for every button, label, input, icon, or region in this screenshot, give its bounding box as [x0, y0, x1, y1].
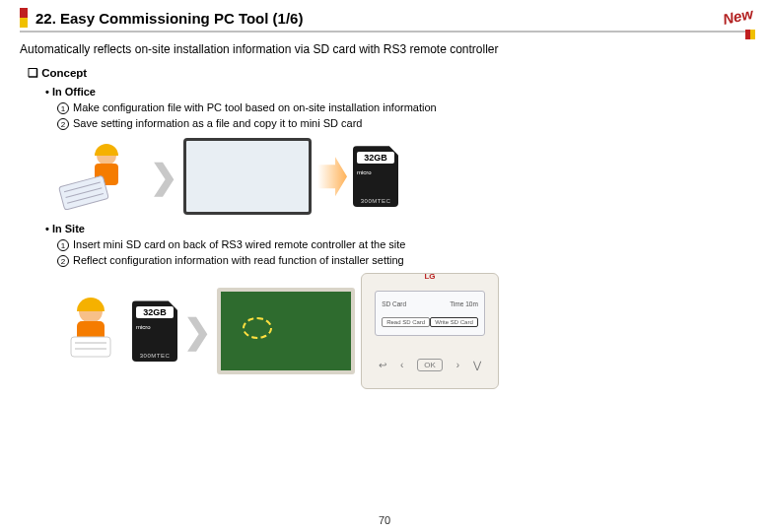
circled-2-icon: 2 — [57, 255, 69, 267]
office-step-2-text: Save setting information as a file and c… — [73, 117, 362, 129]
chevron-right-icon: ❯ — [183, 311, 211, 351]
site-label-text: In Site — [52, 223, 85, 234]
slide: New 22. Easy Commissioning PC Tool (1/6)… — [0, 0, 769, 532]
concept-heading-text: Concept — [41, 67, 87, 79]
page-title: 22. Easy Commissioning PC Tool (1/6) — [35, 10, 303, 27]
sd-capacity: 32GB — [136, 306, 174, 318]
sd-brand: 300MTEC — [132, 353, 177, 359]
office-step-2: 2Save setting information as a file and … — [57, 117, 749, 130]
site-step-2: 2Reflect configuration information with … — [57, 254, 749, 267]
concept-heading: ❑ Concept — [28, 66, 749, 80]
title-row: 22. Easy Commissioning PC Tool (1/6) — [20, 8, 749, 28]
site-step-2-text: Reflect configuration information with r… — [73, 254, 404, 266]
chevron-right-icon: ❯ — [150, 157, 177, 196]
down-icon: ⋁ — [473, 360, 481, 370]
page-number: 70 — [0, 514, 769, 526]
office-label-text: In Office — [52, 86, 96, 98]
site-label: • In Site — [45, 223, 749, 234]
circled-1-icon: 1 — [57, 239, 69, 251]
right-icon: › — [456, 360, 459, 370]
office-label: • In Office — [45, 86, 749, 98]
remote-write-btn: Write SD Card — [430, 317, 478, 327]
arrow-right-icon — [317, 157, 347, 196]
monitor-image — [183, 138, 312, 215]
sd-brand: 300MTEC — [353, 198, 398, 204]
remote-hdr-right: Time 10m — [450, 300, 478, 307]
office-step-1: 1Make configuration file with PC tool ba… — [57, 101, 749, 114]
site-step-1: 1Insert mini SD card on back of RS3 wire… — [57, 238, 749, 251]
sd-card-image: 32GB micro 300MTEC — [132, 300, 177, 362]
sd-micro-label: micro — [357, 169, 372, 175]
pcb-board-image — [217, 288, 355, 374]
svg-rect-8 — [71, 337, 110, 357]
site-step-1-text: Insert mini SD card on back of RS3 wired… — [73, 238, 405, 250]
subtitle: Automatically reflects on-site installat… — [20, 42, 749, 56]
remote-controller-image: LG SD CardTime 10m Read SD CardWrite SD … — [361, 273, 499, 389]
sd-slot-highlight-icon — [243, 317, 272, 339]
ok-button: OK — [417, 359, 443, 371]
remote-read-btn: Read SD Card — [382, 317, 430, 327]
office-step-1-text: Make configuration file with PC tool bas… — [73, 101, 437, 113]
circled-1-icon: 1 — [57, 102, 69, 114]
office-image-row: ❯ 32GB micro 300MTEC — [55, 138, 749, 215]
left-icon: ‹ — [400, 360, 403, 370]
sd-micro-label: micro — [136, 324, 151, 330]
remote-controls: ↩ ‹ OK › ⋁ — [379, 342, 481, 388]
back-icon: ↩ — [379, 360, 386, 370]
worker-blueprint-image — [55, 140, 144, 213]
circled-2-icon: 2 — [57, 118, 69, 130]
remote-screen: SD CardTime 10m Read SD CardWrite SD Car… — [375, 291, 485, 336]
site-image-row: 32GB micro 300MTEC ❯ LG SD CardTime 10m … — [55, 273, 749, 389]
corner-marker-icon — [745, 30, 755, 39]
sd-capacity: 32GB — [357, 152, 394, 164]
title-marker-icon — [20, 8, 28, 28]
remote-brand: LG — [424, 272, 435, 281]
sd-card-image: 32GB micro 300MTEC — [353, 146, 398, 207]
title-underline — [20, 31, 749, 33]
remote-hdr-left: SD Card — [382, 300, 406, 307]
worker-image — [55, 292, 126, 370]
